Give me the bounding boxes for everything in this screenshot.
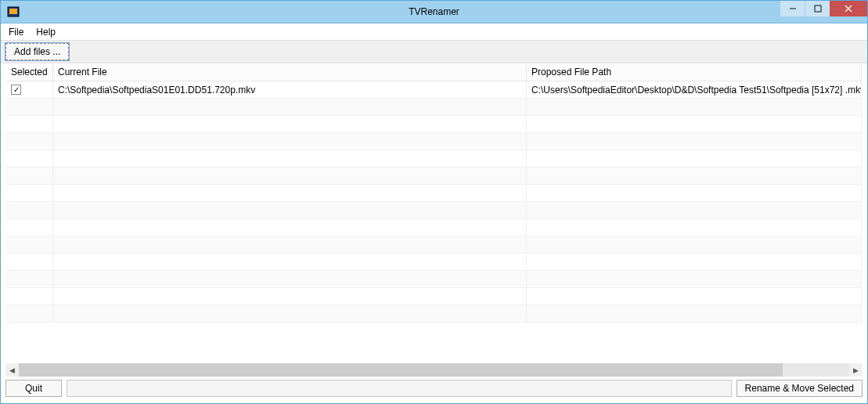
svg-rect-1	[9, 9, 17, 14]
quit-button[interactable]: Quit	[5, 380, 62, 397]
header-proposed-path[interactable]: Proposed File Path	[527, 64, 862, 81]
add-files-button[interactable]: Add files ...	[5, 43, 69, 60]
cell-selected[interactable]: ✓	[6, 81, 53, 98]
scroll-track[interactable]	[19, 363, 849, 377]
table-row	[6, 202, 862, 219]
content-area: Selected Current File Proposed File Path…	[1, 63, 867, 403]
checkbox-icon[interactable]: ✓	[11, 85, 21, 95]
menu-file[interactable]: File	[4, 25, 28, 39]
table-row	[6, 116, 862, 133]
rename-move-button[interactable]: Rename & Move Selected	[737, 380, 863, 397]
table-row	[6, 133, 862, 150]
table-row[interactable]: ✓ C:\Softpedia\SoftpediaS01E01.DD51.720p…	[6, 81, 862, 99]
table-header: Selected Current File Proposed File Path	[6, 64, 862, 81]
table-row	[6, 288, 862, 305]
table-row	[6, 254, 862, 271]
scroll-thumb[interactable]	[19, 363, 783, 377]
bottom-bar: Quit Rename & Move Selected	[5, 380, 863, 399]
table-row	[6, 271, 862, 288]
table-row	[6, 236, 862, 254]
menu-help[interactable]: Help	[31, 25, 60, 39]
header-current-file[interactable]: Current File	[53, 64, 527, 81]
window-title: TVRenamer	[409, 6, 459, 17]
header-selected[interactable]: Selected	[6, 64, 53, 81]
toolbar: Add files ...	[1, 40, 867, 63]
table-body: ✓ C:\Softpedia\SoftpediaS01E01.DD51.720p…	[6, 81, 862, 361]
horizontal-scrollbar[interactable]: ◀ ▶	[5, 363, 863, 377]
cell-proposed-path[interactable]: C:\Users\SoftpediaEditor\Desktop\D&D\Sof…	[527, 81, 862, 98]
table-row	[6, 150, 862, 168]
app-icon	[7, 5, 20, 18]
window-controls	[780, 1, 867, 16]
maximize-button[interactable]	[805, 1, 830, 16]
table-row	[6, 168, 862, 185]
scroll-left-icon[interactable]: ◀	[5, 363, 19, 377]
table-row	[6, 219, 862, 236]
svg-rect-3	[815, 5, 821, 12]
file-table: Selected Current File Proposed File Path…	[5, 63, 863, 362]
main-window: TVRenamer File Help Add files ... Select…	[0, 0, 868, 404]
menubar: File Help	[1, 23, 867, 40]
table-row	[6, 185, 862, 202]
cell-current-file[interactable]: C:\Softpedia\SoftpediaS01E01.DD51.720p.m…	[53, 81, 527, 98]
table-row	[6, 99, 862, 116]
scroll-right-icon[interactable]: ▶	[849, 363, 863, 377]
table-row	[6, 305, 862, 323]
minimize-button[interactable]	[780, 1, 805, 16]
close-button[interactable]	[830, 1, 867, 16]
progress-bar	[67, 380, 732, 397]
titlebar[interactable]: TVRenamer	[1, 1, 867, 23]
